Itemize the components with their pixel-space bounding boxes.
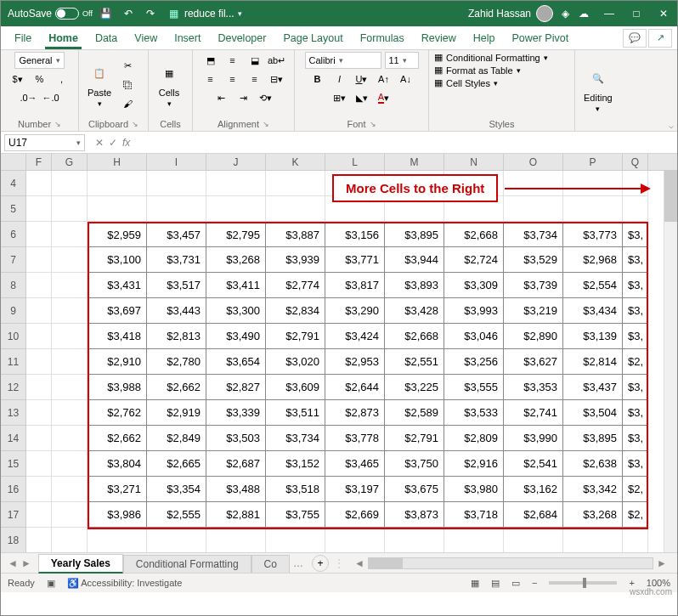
- cell[interactable]: [52, 273, 88, 298]
- maximize-icon[interactable]: □: [630, 7, 643, 20]
- cell[interactable]: $3,225: [385, 375, 444, 400]
- cell[interactable]: $2,668: [444, 222, 504, 247]
- cell[interactable]: $3,268: [563, 502, 623, 528]
- cell[interactable]: [266, 171, 325, 196]
- cell[interactable]: [444, 528, 504, 553]
- cell[interactable]: [52, 528, 88, 553]
- cell[interactable]: $2,: [623, 502, 648, 528]
- cell[interactable]: $2,644: [325, 375, 385, 400]
- cell[interactable]: $2,809: [444, 426, 504, 451]
- tab-view[interactable]: View: [126, 26, 166, 49]
- cell[interactable]: $3,: [623, 324, 648, 349]
- cell[interactable]: $3,: [623, 451, 648, 477]
- normal-view-icon[interactable]: ▦: [471, 578, 479, 589]
- cell[interactable]: $3,734: [504, 222, 563, 247]
- underline-icon[interactable]: U▾: [353, 71, 371, 88]
- copy-icon[interactable]: ⿻: [118, 76, 137, 93]
- cell[interactable]: $2,687: [206, 451, 266, 477]
- cell[interactable]: $3,511: [266, 400, 325, 426]
- cell[interactable]: $2,: [623, 477, 648, 502]
- cell[interactable]: [26, 196, 52, 222]
- cell[interactable]: $3,518: [266, 477, 325, 502]
- cell[interactable]: $3,627: [504, 349, 563, 375]
- row-header[interactable]: 17: [1, 502, 26, 528]
- tab-insert[interactable]: Insert: [166, 26, 209, 49]
- conditional-formatting-button[interactable]: ▦Conditional Formatting▾: [434, 52, 548, 63]
- cell[interactable]: [26, 349, 52, 375]
- scroll-left-icon[interactable]: ◄: [351, 557, 368, 569]
- cell[interactable]: [88, 528, 147, 553]
- cell[interactable]: $3,465: [325, 451, 385, 477]
- cell[interactable]: $3,887: [266, 222, 325, 247]
- wrap-text-icon[interactable]: ab↵: [268, 52, 286, 69]
- font-size-combo[interactable]: 11▾: [385, 52, 419, 69]
- cell[interactable]: $3,100: [88, 247, 147, 273]
- bold-icon[interactable]: B: [308, 71, 327, 88]
- cell[interactable]: $3,437: [563, 375, 623, 400]
- cell[interactable]: $3,718: [444, 502, 504, 528]
- enter-formula-icon[interactable]: ✓: [109, 137, 117, 149]
- increase-indent-icon[interactable]: ⇥: [234, 89, 253, 106]
- cell[interactable]: $2,662: [88, 426, 147, 451]
- row-header[interactable]: 16: [1, 477, 26, 502]
- align-center-icon[interactable]: ≡: [223, 71, 242, 88]
- zoom-slider[interactable]: [549, 581, 617, 585]
- merge-icon[interactable]: ⊟▾: [268, 71, 286, 88]
- cell[interactable]: $3,219: [504, 298, 563, 324]
- row-header[interactable]: 10: [1, 324, 26, 349]
- cell[interactable]: $3,443: [147, 298, 206, 324]
- tab-review[interactable]: Review: [413, 26, 465, 49]
- fill-color-icon[interactable]: ◣▾: [353, 89, 371, 106]
- cell[interactable]: $3,893: [385, 273, 444, 298]
- cell[interactable]: [147, 196, 206, 222]
- cell[interactable]: $3,990: [504, 426, 563, 451]
- cell[interactable]: [266, 196, 325, 222]
- cell[interactable]: $2,589: [385, 400, 444, 426]
- currency-icon[interactable]: $▾: [8, 71, 27, 88]
- increase-decimal-icon[interactable]: .0→: [20, 89, 38, 106]
- col-header[interactable]: P: [563, 154, 623, 170]
- tab-power-pivot[interactable]: Power Pivot: [503, 26, 577, 49]
- cell[interactable]: $3,309: [444, 273, 504, 298]
- cell[interactable]: $3,152: [266, 451, 325, 477]
- worksheet-grid[interactable]: F G H I J K L M N O P Q 456$2,959$3,457$…: [1, 154, 677, 553]
- cell[interactable]: $2,968: [563, 247, 623, 273]
- cell[interactable]: [88, 196, 147, 222]
- cell[interactable]: $2,791: [385, 426, 444, 451]
- align-left-icon[interactable]: ≡: [201, 71, 220, 88]
- cell[interactable]: $2,638: [563, 451, 623, 477]
- cell[interactable]: $2,827: [206, 375, 266, 400]
- row-header[interactable]: 7: [1, 247, 26, 273]
- select-all-corner[interactable]: [1, 154, 26, 170]
- accessibility-status[interactable]: ♿ Accessibility: Investigate: [67, 578, 183, 589]
- cell[interactable]: $3,986: [88, 502, 147, 528]
- cell[interactable]: [52, 247, 88, 273]
- cell[interactable]: $2,814: [563, 349, 623, 375]
- col-header[interactable]: I: [147, 154, 206, 170]
- cells-button[interactable]: ▦ Cells ▾: [154, 60, 184, 110]
- row-header[interactable]: 15: [1, 451, 26, 477]
- cell[interactable]: $2,795: [206, 222, 266, 247]
- cell[interactable]: $2,916: [444, 451, 504, 477]
- row-header[interactable]: 11: [1, 349, 26, 375]
- cell[interactable]: $3,046: [444, 324, 504, 349]
- cell[interactable]: [26, 528, 52, 553]
- cell[interactable]: $3,490: [206, 324, 266, 349]
- cell[interactable]: $3,778: [325, 426, 385, 451]
- horizontal-scrollbar[interactable]: ◄ ►: [351, 557, 670, 569]
- formula-input[interactable]: [137, 134, 677, 151]
- cell[interactable]: $3,418: [88, 324, 147, 349]
- cell[interactable]: $3,: [623, 375, 648, 400]
- redo-icon[interactable]: ↷: [144, 7, 157, 20]
- cell[interactable]: $3,939: [266, 247, 325, 273]
- cell[interactable]: [26, 171, 52, 196]
- cell[interactable]: [504, 528, 563, 553]
- row-header[interactable]: 14: [1, 426, 26, 451]
- cell[interactable]: $2,849: [147, 426, 206, 451]
- sheet-tab[interactable]: Conditional Formatting: [123, 555, 251, 573]
- cell[interactable]: [26, 426, 52, 451]
- cell[interactable]: $2,662: [147, 375, 206, 400]
- user-area[interactable]: Zahid Hassan ◈ ☁: [468, 5, 590, 22]
- cell[interactable]: $2,910: [88, 349, 147, 375]
- zoom-out-icon[interactable]: −: [532, 578, 537, 588]
